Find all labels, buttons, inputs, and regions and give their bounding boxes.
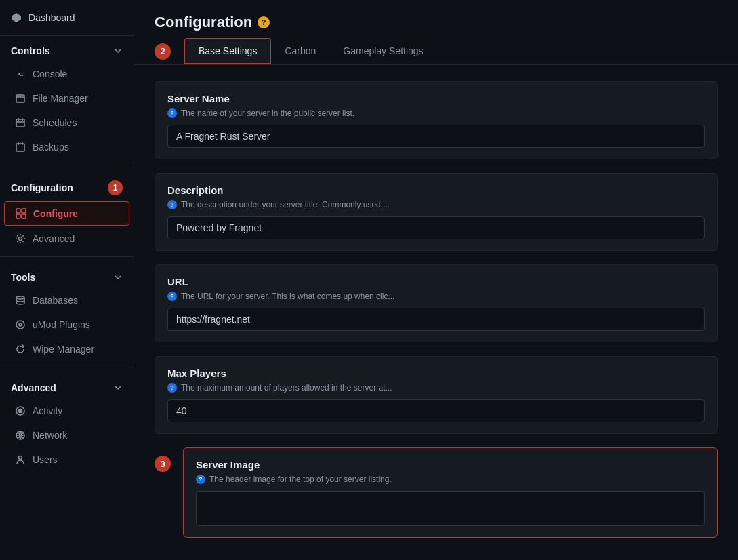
- svg-rect-10: [16, 209, 20, 213]
- divider-2: [0, 256, 134, 257]
- sidebar-item-umod-plugins[interactable]: uMod Plugins: [4, 313, 129, 336]
- svg-rect-11: [22, 209, 26, 213]
- tabs-row: 2 Base Settings Carbon Gameplay Settings: [134, 38, 738, 65]
- controls-label: Controls: [11, 45, 50, 56]
- max-players-label: Max Players: [167, 367, 705, 379]
- server-name-input[interactable]: [167, 125, 705, 148]
- sidebar-dashboard[interactable]: Dashboard: [0, 0, 134, 36]
- server-name-hint-icon: ?: [167, 108, 177, 118]
- svg-point-22: [19, 456, 22, 460]
- databases-icon: [15, 295, 26, 306]
- backups-label: Backups: [33, 142, 69, 153]
- users-label: Users: [33, 454, 58, 465]
- svg-point-15: [16, 296, 24, 299]
- content-area: Server Name ? The name of your server in…: [134, 65, 738, 560]
- svg-rect-13: [22, 214, 26, 218]
- configuration-label: Configuration: [11, 182, 73, 193]
- umod-icon: [15, 319, 26, 330]
- svg-point-14: [19, 237, 22, 241]
- sidebar: Dashboard Controls Console File Manager …: [0, 0, 134, 560]
- umod-plugins-label: uMod Plugins: [33, 319, 90, 330]
- server-name-label: Server Name: [167, 93, 705, 104]
- controls-section-header: Controls: [0, 36, 134, 62]
- configure-label: Configure: [33, 208, 78, 219]
- dashboard-label: Dashboard: [28, 12, 75, 23]
- url-input[interactable]: [167, 308, 705, 331]
- url-hint: ? The URL for your server. This is what …: [167, 292, 705, 301]
- advanced-config-label: Advanced: [33, 233, 75, 244]
- controls-chevron-icon: [113, 46, 123, 56]
- tab-gameplay-settings[interactable]: Gameplay Settings: [329, 39, 436, 64]
- configuration-section-header: Configuration 1: [0, 171, 134, 201]
- advanced-chevron-icon: [113, 383, 123, 393]
- wipe-manager-icon: [15, 344, 26, 355]
- tab-carbon[interactable]: Carbon: [271, 39, 329, 64]
- advanced-config-icon: [15, 233, 26, 244]
- configuration-badge: 1: [108, 180, 123, 195]
- server-image-hint-icon: ?: [196, 475, 205, 484]
- description-label: Description: [167, 184, 705, 196]
- server-image-field: Server Image ? The header image for the …: [183, 447, 718, 538]
- sidebar-item-wipe-manager[interactable]: Wipe Manager: [4, 338, 129, 361]
- schedules-label: Schedules: [33, 117, 77, 128]
- network-label: Network: [33, 430, 67, 441]
- tools-chevron-icon: [113, 273, 123, 282]
- sidebar-item-console[interactable]: Console: [4, 62, 129, 85]
- main-header: Configuration ?: [134, 0, 738, 38]
- max-players-hint-icon: ?: [167, 383, 177, 393]
- server-image-label: Server Image: [196, 459, 705, 471]
- sidebar-item-file-manager[interactable]: File Manager: [4, 87, 129, 110]
- svg-marker-0: [12, 13, 21, 22]
- description-hint-icon: ?: [167, 200, 177, 209]
- max-players-input[interactable]: [167, 399, 705, 422]
- console-label: Console: [33, 68, 67, 79]
- activity-icon: [15, 405, 26, 416]
- page-title: Configuration: [155, 14, 252, 31]
- svg-point-16: [16, 321, 24, 329]
- configure-icon: [16, 208, 26, 219]
- sidebar-item-network[interactable]: Network: [4, 424, 129, 447]
- svg-rect-12: [16, 214, 20, 218]
- main-content: Configuration ? 2 Base Settings Carbon G…: [134, 0, 738, 560]
- console-icon: [15, 68, 26, 79]
- tools-label: Tools: [11, 272, 35, 283]
- step-badge-3: 3: [155, 456, 171, 472]
- svg-point-20: [19, 409, 22, 413]
- file-manager-label: File Manager: [33, 93, 88, 104]
- sidebar-item-databases[interactable]: Databases: [4, 289, 129, 312]
- wipe-manager-label: Wipe Manager: [33, 344, 94, 355]
- dashboard-icon: [11, 12, 22, 23]
- sidebar-item-backups[interactable]: Backups: [4, 136, 129, 159]
- server-image-hint: ? The header image for the top of your s…: [196, 475, 705, 484]
- description-input[interactable]: [167, 216, 705, 239]
- server-image-upload-area[interactable]: [196, 491, 705, 526]
- svg-rect-3: [16, 119, 24, 127]
- users-icon: [15, 454, 26, 465]
- server-name-hint: ? The name of your server in the public …: [167, 108, 705, 118]
- server-image-row: 3 Server Image ? The header image for th…: [155, 447, 718, 538]
- svg-point-17: [19, 323, 22, 326]
- databases-label: Databases: [33, 295, 78, 306]
- tab-badge-2: 2: [155, 43, 176, 60]
- file-manager-icon: [15, 93, 26, 104]
- advanced-label: Advanced: [11, 382, 56, 393]
- url-label: URL: [167, 276, 705, 287]
- backups-icon: [15, 142, 26, 153]
- max-players-hint: ? The maximum amount of players allowed …: [167, 383, 705, 393]
- tab-base-settings[interactable]: Base Settings: [184, 38, 271, 64]
- description-hint: ? The description under your server titl…: [167, 200, 705, 209]
- sidebar-item-advanced-config[interactable]: Advanced: [4, 227, 129, 250]
- sidebar-item-configure[interactable]: Configure: [4, 201, 129, 226]
- url-hint-icon: ?: [167, 292, 177, 301]
- sidebar-item-users[interactable]: Users: [4, 448, 129, 471]
- url-field: URL ? The URL for your server. This is w…: [155, 264, 718, 342]
- svg-rect-7: [16, 144, 24, 151]
- schedules-icon: [15, 117, 26, 128]
- sidebar-item-activity[interactable]: Activity: [4, 399, 129, 422]
- description-field: Description ? The description under your…: [155, 173, 718, 251]
- activity-label: Activity: [33, 405, 62, 416]
- max-players-field: Max Players ? The maximum amount of play…: [155, 356, 718, 434]
- sidebar-item-schedules[interactable]: Schedules: [4, 111, 129, 134]
- title-info-icon[interactable]: ?: [258, 16, 270, 28]
- divider-3: [0, 367, 134, 367]
